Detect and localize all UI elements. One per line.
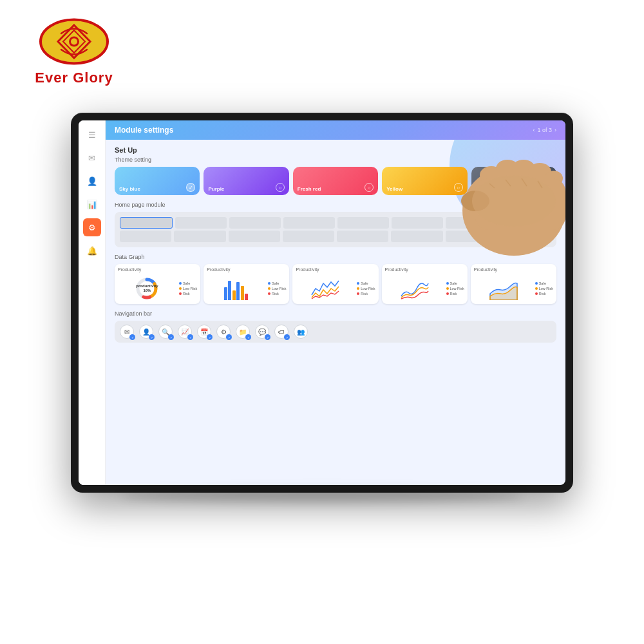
bar-6 [245, 294, 248, 300]
nav-icon-mail[interactable]: ✉ ✓ [120, 325, 134, 339]
legend-risk-2: Risk [268, 292, 286, 296]
legend-safe-label: Safe [183, 281, 190, 285]
nav-calendar-check: ✓ [207, 334, 213, 340]
nav-icon-tag[interactable]: 🏷 ✓ [274, 325, 289, 339]
logo-area: Ever Glory [6, 6, 142, 97]
sidebar-bell-icon[interactable]: 🔔 [83, 242, 101, 260]
theme-yellow-label: Yellow [386, 186, 402, 192]
bar-5 [241, 286, 244, 300]
module-grid-item[interactable] [392, 217, 443, 229]
tablet-device: ☰ ✉ 👤 📊 ⚙ 🔔 Module settings ‹ 1 of 3 › [71, 113, 573, 493]
nav-icon-chat[interactable]: 💬 ✓ [255, 325, 269, 339]
graph-title-5: Productivity [474, 267, 553, 272]
tablet-screen: ☰ ✉ 👤 📊 ⚙ 🔔 Module settings ‹ 1 of 3 › [79, 120, 565, 485]
sidebar-settings-icon[interactable]: ⚙ [83, 218, 101, 236]
bar-3 [232, 290, 236, 300]
sidebar-menu-icon[interactable]: ☰ [83, 126, 101, 144]
nav-icon-chart[interactable]: 📈 ✓ [178, 325, 192, 339]
graph-legend-4: Safe Low Risk Risk [446, 274, 464, 303]
nav-search-check: ✓ [168, 334, 174, 340]
legend-safe: Safe [179, 281, 197, 285]
area-chart-svg [489, 277, 518, 300]
graph-body-1: productivity16% Safe Low Ris [118, 274, 197, 303]
graph-body-4: Safe Low Risk Risk [385, 274, 464, 303]
donut-label: productivity16% [136, 284, 158, 293]
nav-icon-user[interactable]: 👤 ✓ [139, 325, 153, 339]
sidebar-mail-icon[interactable]: ✉ [83, 149, 101, 167]
legend-low-risk-label: Low Risk [183, 287, 197, 290]
nav-chart-check: ✓ [187, 334, 193, 340]
nav-user-check: ✓ [149, 334, 155, 340]
graph-body-3: Safe Low Risk Risk [296, 274, 375, 303]
sidebar-user-icon[interactable]: 👤 [83, 172, 101, 190]
theme-fresh-red[interactable]: Fresh red ○ [293, 167, 378, 195]
line-chart-svg [310, 277, 339, 300]
donut-visual: productivity16% [118, 274, 176, 303]
module-grid-item[interactable] [229, 217, 281, 229]
module-grid-item[interactable] [337, 217, 389, 229]
sidebar-chart-icon[interactable]: 📊 [83, 195, 101, 213]
graph-card-donut[interactable]: Productivity pr [115, 264, 200, 304]
theme-red-label: Fresh red [298, 186, 321, 192]
module-grid-item[interactable] [283, 231, 334, 242]
nav-chat-check: ✓ [265, 334, 270, 340]
legend-low-risk: Low Risk [179, 287, 197, 290]
graph-body-5: Safe Low Risk Risk [474, 274, 553, 303]
wave-chart-svg [400, 277, 429, 300]
sidebar: ☰ ✉ 👤 📊 ⚙ 🔔 [79, 120, 106, 485]
graph-body-2: Safe Low Risk Risk [207, 274, 286, 303]
data-graphs: Productivity pr [115, 264, 556, 304]
logo-icon [39, 17, 109, 66]
wave-visual [385, 274, 444, 303]
nav-icon-folder[interactable]: 📁 ✓ [236, 325, 250, 339]
module-grid-item[interactable] [391, 231, 442, 242]
legend-risk-label: Risk [183, 292, 190, 296]
theme-sky-check: ✓ [186, 183, 195, 192]
nav-icon-search[interactable]: 🔍 ✓ [158, 325, 173, 339]
bar-chart [224, 277, 249, 300]
module-grid-item[interactable] [174, 231, 225, 242]
theme-sky-label: Sky blue [119, 186, 140, 192]
module-grid-item[interactable] [120, 231, 171, 242]
nav-icon-settings[interactable]: ⚙ ✓ [216, 325, 231, 339]
legend-dot-risk [179, 292, 182, 295]
legend-risk: Risk [179, 292, 197, 296]
theme-purple[interactable]: Purple ○ [204, 167, 289, 195]
module-grid-item[interactable] [337, 231, 388, 242]
nav-folder-check: ✓ [245, 334, 251, 340]
legend-low-risk-2: Low Risk [268, 287, 286, 290]
bar-visual [207, 274, 265, 303]
module-grid-item[interactable] [120, 217, 173, 229]
legend-dot-low-risk [179, 287, 182, 290]
graph-legend-1: Safe Low Risk Risk [179, 274, 197, 303]
line-visual [296, 274, 354, 303]
hand-overlay [443, 120, 565, 262]
legend-safe-2: Safe [268, 281, 286, 285]
nav-bar-section-title: Navigation bar [115, 310, 556, 317]
theme-sky-blue[interactable]: Sky blue ✓ [115, 167, 200, 195]
legend-dot-safe [179, 282, 182, 285]
graph-legend-2: Safe Low Risk Risk [268, 274, 286, 303]
graph-card-area[interactable]: Productivity Saf [471, 264, 556, 304]
graph-title-4: Productivity [385, 267, 464, 272]
module-grid-item[interactable] [283, 217, 335, 229]
brand-name: Ever Glory [35, 70, 113, 86]
module-grid-item[interactable] [175, 217, 227, 229]
theme-red-check: ○ [365, 183, 374, 192]
theme-purple-label: Purple [208, 186, 224, 192]
module-grid-item[interactable] [229, 231, 280, 242]
area-visual [474, 274, 533, 303]
nav-settings-check: ✓ [226, 334, 232, 340]
nav-icon-calendar[interactable]: 📅 ✓ [197, 325, 211, 339]
nav-icon-team[interactable]: 👥 [294, 325, 308, 339]
graph-card-line[interactable]: Productivity [292, 264, 378, 304]
graph-title-3: Productivity [296, 267, 375, 272]
theme-purple-check: ○ [276, 183, 285, 192]
graph-title-2: Productivity [207, 267, 286, 272]
graph-card-bar[interactable]: Productivity [204, 264, 289, 304]
nav-icons-row: ✉ ✓ 👤 ✓ 🔍 ✓ 📈 ✓ [120, 325, 551, 339]
svg-point-5 [71, 38, 77, 44]
bar-2 [228, 281, 231, 300]
graph-title-1: Productivity [118, 267, 197, 272]
graph-card-wave[interactable]: Productivity [382, 264, 468, 304]
